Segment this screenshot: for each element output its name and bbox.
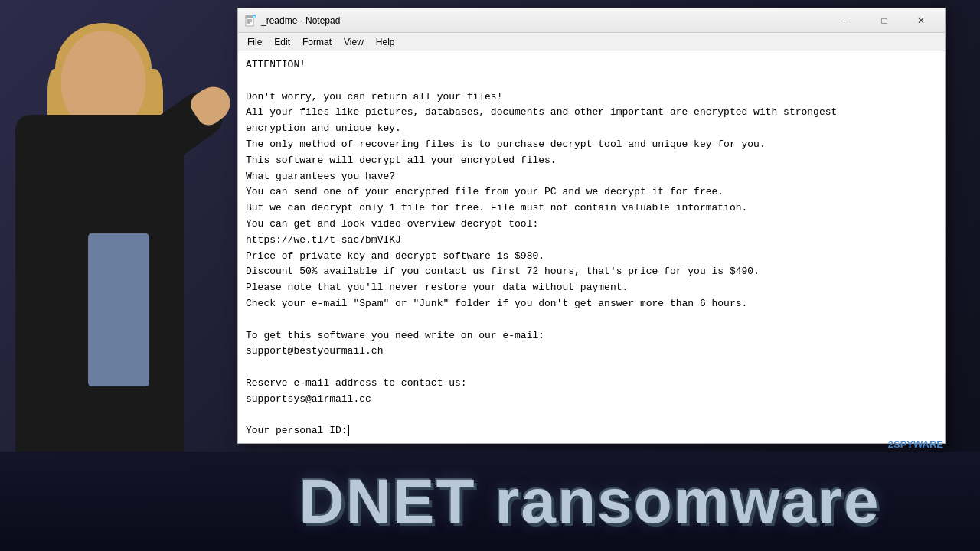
titlebar: _readme - Notepad ─ □ ✕ — [238, 8, 945, 33]
notepad-content[interactable]: ATTENTION! Don't worry, you can return a… — [238, 51, 945, 443]
menu-format[interactable]: Format — [296, 33, 338, 51]
bottom-banner: DNET ransomware — [0, 452, 980, 551]
watermark-text: 2SPYWARE — [888, 439, 943, 450]
shirt — [88, 233, 149, 386]
watermark: 2SPYWARE — [888, 439, 943, 450]
notepad-icon — [244, 15, 256, 27]
page-title: DNET ransomware — [299, 470, 880, 533]
close-button[interactable]: ✕ — [903, 8, 939, 33]
maximize-button[interactable]: □ — [867, 8, 902, 33]
menu-file[interactable]: File — [241, 33, 268, 51]
text-cursor — [348, 425, 349, 436]
menu-view[interactable]: View — [338, 33, 370, 51]
minimize-button[interactable]: ─ — [830, 8, 865, 33]
menu-help[interactable]: Help — [370, 33, 401, 51]
window-controls: ─ □ ✕ — [830, 8, 939, 33]
svg-rect-1 — [246, 15, 253, 18]
menu-edit[interactable]: Edit — [268, 33, 296, 51]
window-title: _readme - Notepad — [261, 15, 830, 26]
notepad-text: ATTENTION! Don't worry, you can return a… — [246, 57, 937, 439]
person-image — [0, 8, 245, 452]
menubar: File Edit Format View Help — [238, 33, 945, 51]
notepad-window: _readme - Notepad ─ □ ✕ File Edit Format… — [237, 8, 946, 444]
